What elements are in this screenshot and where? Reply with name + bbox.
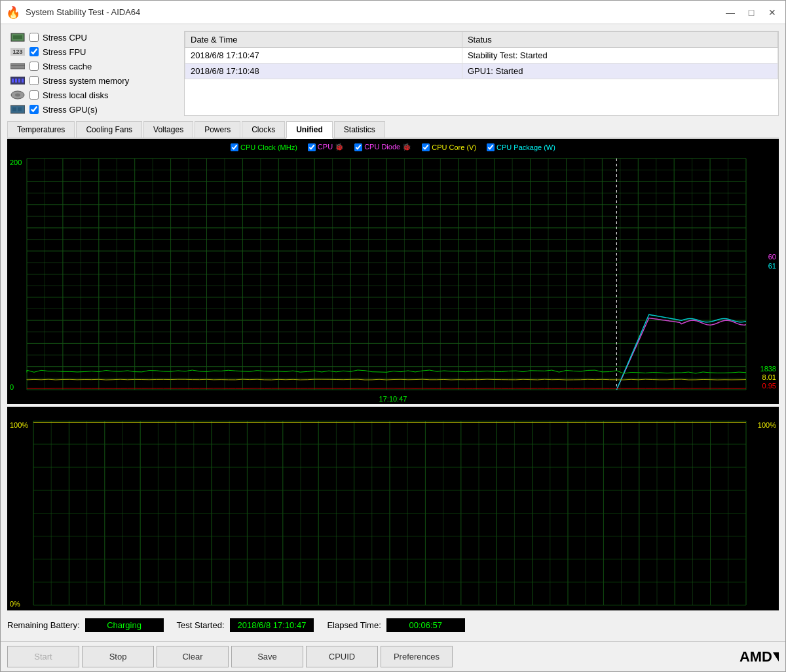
tab-statistics[interactable]: Statistics xyxy=(334,121,385,138)
stress-item-cache: Stress cache xyxy=(7,60,178,73)
tab-unified[interactable]: Unified xyxy=(286,121,333,139)
svg-rect-5 xyxy=(12,79,14,83)
test-started-status: Test Started: 2018/6/8 17:10:47 xyxy=(177,618,314,632)
stress-icon-cache xyxy=(10,61,26,71)
legend-cpu-clock: CPU Clock (MHz) xyxy=(231,143,297,151)
stop-button[interactable]: Stop xyxy=(82,646,154,667)
tab-clocks[interactable]: Clocks xyxy=(242,121,285,138)
chart-legend: CPU Clock (MHz) CPU 🐞 CPU Diode 🐞 xyxy=(7,143,779,151)
legend-cpu-package: CPU Package (W) xyxy=(487,143,555,151)
title-bar: 🔥 System Stability Test - AIDA64 — □ ✕ xyxy=(1,1,785,24)
legend-cpu-diode: CPU Diode 🐞 xyxy=(354,143,411,151)
stress-checkbox-gpu[interactable] xyxy=(29,105,39,114)
stress-icon-cpu xyxy=(10,32,26,43)
tab-voltages[interactable]: Voltages xyxy=(143,121,193,138)
stress-icon-memory xyxy=(10,75,26,86)
bottom-chart-canvas xyxy=(7,407,779,610)
svg-rect-7 xyxy=(18,79,20,83)
top-chart-canvas xyxy=(7,139,779,404)
legend-cpu-core-label: CPU Core (V) xyxy=(432,143,476,151)
log-datetime: 2018/6/8 17:10:48 xyxy=(185,64,462,79)
legend-cpu-package-checkbox[interactable] xyxy=(487,143,495,151)
stress-checkbox-cache[interactable] xyxy=(29,62,39,71)
stress-label-memory: Stress system memory xyxy=(43,76,129,86)
stress-icon-gpu xyxy=(10,104,26,115)
status-bar: Remaining Battery: Charging Test Started… xyxy=(7,616,779,635)
started-label: Test Started: xyxy=(177,620,225,630)
stress-label-disks: Stress local disks xyxy=(43,90,108,100)
log-header-datetime: Date & Time xyxy=(185,32,462,48)
legend-cpu-checkbox[interactable] xyxy=(308,143,316,151)
svg-rect-13 xyxy=(18,107,22,111)
log-panel: Date & Time Status 2018/6/8 17:10:47Stab… xyxy=(184,31,779,116)
main-window: 🔥 System Stability Test - AIDA64 — □ ✕ S… xyxy=(0,0,786,672)
legend-cpu-core-checkbox[interactable] xyxy=(422,143,430,151)
close-button[interactable]: ✕ xyxy=(764,5,780,20)
stress-label-gpu: Stress GPU(s) xyxy=(43,105,98,115)
tabs-section: TemperaturesCooling FansVoltagesPowersCl… xyxy=(7,121,779,610)
top-chart: CPU Clock (MHz) CPU 🐞 CPU Diode 🐞 xyxy=(7,139,779,404)
log-datetime: 2018/6/8 17:10:47 xyxy=(185,48,462,64)
svg-rect-2 xyxy=(10,64,25,69)
main-content: Stress CPU 123 Stress FPU Stress cache S… xyxy=(1,24,785,641)
stress-item-memory: Stress system memory xyxy=(7,74,178,87)
legend-cpu-clock-label: CPU Clock (MHz) xyxy=(240,143,297,151)
legend-cpu-package-label: CPU Package (W) xyxy=(496,143,555,151)
legend-cpu-label: CPU 🐞 xyxy=(318,143,344,151)
svg-rect-12 xyxy=(12,107,16,111)
stress-options-panel: Stress CPU 123 Stress FPU Stress cache S… xyxy=(7,31,178,116)
battery-label: Remaining Battery: xyxy=(7,620,80,630)
stress-label-cache: Stress cache xyxy=(43,62,92,71)
amd-arrow-icon xyxy=(773,652,779,662)
stress-item-gpu: Stress GPU(s) xyxy=(7,103,178,116)
elapsed-label: Elapsed Time: xyxy=(327,620,381,630)
elapsed-time-status: Elapsed Time: 00:06:57 xyxy=(327,618,464,632)
svg-rect-6 xyxy=(15,79,17,83)
charts-container: CPU Clock (MHz) CPU 🐞 CPU Diode 🐞 xyxy=(7,139,779,610)
amd-logo: AMD xyxy=(739,648,779,665)
bottom-bar: Start Stop Clear Save CPUID Preferences … xyxy=(1,641,785,671)
stress-checkbox-disks[interactable] xyxy=(29,90,39,100)
save-button[interactable]: Save xyxy=(231,646,303,667)
stress-icon-disks xyxy=(10,90,26,100)
tab-powers[interactable]: Powers xyxy=(195,121,240,138)
started-value: 2018/6/8 17:10:47 xyxy=(230,618,314,632)
svg-point-10 xyxy=(15,94,20,97)
tabs-bar: TemperaturesCooling FansVoltagesPowersCl… xyxy=(7,121,779,139)
log-status: GPU1: Started xyxy=(462,64,777,79)
stress-checkbox-memory[interactable] xyxy=(29,76,39,85)
stress-checkbox-cpu[interactable] xyxy=(29,33,39,42)
legend-cpu: CPU 🐞 xyxy=(308,143,344,151)
stress-label-cpu: Stress CPU xyxy=(43,33,87,43)
legend-cpu-diode-checkbox[interactable] xyxy=(354,143,362,151)
tab-temperatures[interactable]: Temperatures xyxy=(7,121,75,138)
log-header-status: Status xyxy=(462,32,777,48)
stress-item-disks: Stress local disks xyxy=(7,88,178,102)
preferences-button[interactable]: Preferences xyxy=(381,646,453,667)
svg-rect-1 xyxy=(13,35,22,39)
log-row: 2018/6/8 17:10:48GPU1: Started xyxy=(185,64,778,79)
elapsed-value: 00:06:57 xyxy=(386,618,465,632)
app-icon: 🔥 xyxy=(6,5,20,20)
stress-icon-fpu: 123 xyxy=(10,47,26,57)
stress-item-cpu: Stress CPU xyxy=(7,31,178,44)
start-button[interactable]: Start xyxy=(7,646,79,667)
legend-cpu-core: CPU Core (V) xyxy=(422,143,476,151)
log-status: Stability Test: Started xyxy=(462,48,777,64)
maximize-button[interactable]: □ xyxy=(743,5,759,20)
svg-rect-8 xyxy=(22,79,24,83)
window-controls: — □ ✕ xyxy=(722,5,780,20)
legend-cpu-clock-checkbox[interactable] xyxy=(231,143,238,151)
amd-text: AMD xyxy=(739,648,772,665)
bottom-chart: CPU Usage 100% 0% 100% xyxy=(7,407,779,610)
window-title: System Stability Test - AIDA64 xyxy=(26,7,722,17)
cpuid-button[interactable]: CPUID xyxy=(306,646,378,667)
clear-button[interactable]: Clear xyxy=(157,646,229,667)
log-row: 2018/6/8 17:10:47Stability Test: Started xyxy=(185,48,778,64)
tab-cooling-fans[interactable]: Cooling Fans xyxy=(76,121,142,138)
minimize-button[interactable]: — xyxy=(722,5,738,20)
battery-status: Remaining Battery: Charging xyxy=(7,618,164,632)
stress-checkbox-fpu[interactable] xyxy=(29,47,39,56)
legend-cpu-diode-label: CPU Diode 🐞 xyxy=(364,143,411,151)
stress-item-fpu: 123 Stress FPU xyxy=(7,45,178,58)
